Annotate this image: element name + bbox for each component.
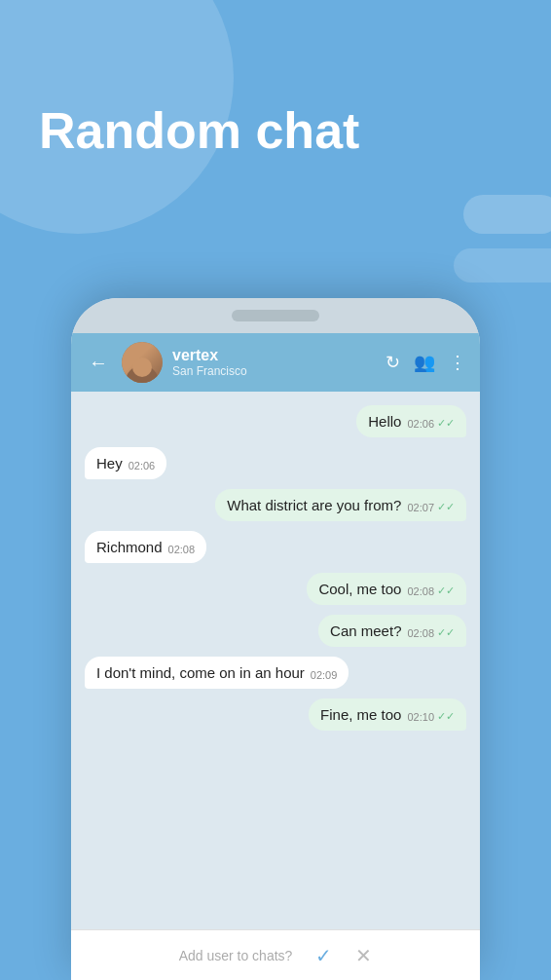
bubble-text: I don't mind, come on in an hour <box>96 664 305 681</box>
phone-notch <box>232 310 319 321</box>
bubble-meta: 02:06 <box>129 460 156 471</box>
bg-decoration-shape-1 <box>463 195 551 234</box>
chat-bubble: Hey02:06 <box>85 447 166 479</box>
bubble-text: What district are you from? <box>227 497 401 513</box>
chat-bubble: What district are you from?02:07✓✓ <box>215 489 466 521</box>
add-user-prompt: Add user to chats? <box>179 948 293 963</box>
bubble-meta: 02:06✓✓ <box>407 417 455 430</box>
read-check-icon: ✓✓ <box>437 710 455 723</box>
message-row: Fine, me too02:10✓✓ <box>85 698 466 731</box>
chat-bubble: Richmond02:08 <box>85 531 206 563</box>
chat-body: Hello02:06✓✓Hey02:06What district are yo… <box>71 392 480 929</box>
bubble-meta: 02:08✓✓ <box>407 584 455 597</box>
phone-frame: ← vertex San Francisco ↻ 👥 ⋮ Hello02:06✓… <box>71 298 480 980</box>
read-check-icon: ✓✓ <box>437 501 455 513</box>
bubble-time: 02:08 <box>407 627 434 639</box>
bubble-meta: 02:07✓✓ <box>407 501 455 513</box>
chat-bubble: Cool, me too02:08✓✓ <box>307 573 466 605</box>
bubble-time: 02:07 <box>407 502 434 513</box>
bubble-time: 02:08 <box>168 544 196 555</box>
message-row: Hello02:06✓✓ <box>85 405 466 437</box>
contact-name: vertex <box>172 347 376 364</box>
contact-location: San Francisco <box>172 364 376 378</box>
message-row: Hey02:06 <box>85 447 466 479</box>
bubble-meta: 02:08 <box>168 544 196 555</box>
read-check-icon: ✓✓ <box>437 417 455 430</box>
phone-notch-bar <box>71 298 480 333</box>
bubble-time: 02:06 <box>129 460 156 471</box>
header-info: vertex San Francisco <box>172 347 376 378</box>
more-vert-icon[interactable]: ⋮ <box>449 352 466 373</box>
bubble-meta: 02:10✓✓ <box>407 710 455 723</box>
read-check-icon: ✓✓ <box>437 626 455 639</box>
app-title: Random chat <box>39 102 359 161</box>
message-row: What district are you from?02:07✓✓ <box>85 489 466 521</box>
add-user-icon[interactable]: 👥 <box>414 352 435 373</box>
bubble-text: Fine, me too <box>320 706 401 723</box>
chat-bottom-bar: Add user to chats? ✓ ✕ <box>71 929 480 980</box>
avatar-image <box>122 342 163 383</box>
refresh-icon[interactable]: ↻ <box>386 352 400 373</box>
bubble-time: 02:10 <box>407 711 434 723</box>
bubble-text: Hello <box>368 413 401 430</box>
message-row: Richmond02:08 <box>85 531 466 563</box>
message-row: I don't mind, come on in an hour02:09 <box>85 657 466 689</box>
read-check-icon: ✓✓ <box>437 584 455 597</box>
chat-bubble: I don't mind, come on in an hour02:09 <box>85 657 349 689</box>
cancel-add-user-button[interactable]: ✕ <box>355 944 372 967</box>
confirm-add-user-button[interactable]: ✓ <box>315 944 332 967</box>
bubble-text: Can meet? <box>330 622 401 639</box>
chat-bubble: Can meet?02:08✓✓ <box>318 615 466 647</box>
bubble-text: Richmond <box>96 539 163 555</box>
chat-bubble: Fine, me too02:10✓✓ <box>309 698 466 731</box>
back-button[interactable]: ← <box>85 348 112 378</box>
chat-bubble: Hello02:06✓✓ <box>356 405 466 437</box>
bubble-time: 02:06 <box>407 418 434 430</box>
bubble-meta: 02:09 <box>311 669 338 681</box>
avatar <box>122 342 163 383</box>
bubble-text: Hey <box>96 455 123 471</box>
header-icons: ↻ 👥 ⋮ <box>386 352 466 373</box>
bubble-text: Cool, me too <box>318 581 401 597</box>
chat-header: ← vertex San Francisco ↻ 👥 ⋮ <box>71 333 480 392</box>
bubble-time: 02:08 <box>407 585 434 597</box>
bubble-meta: 02:08✓✓ <box>407 626 455 639</box>
bubble-time: 02:09 <box>311 669 338 681</box>
message-row: Can meet?02:08✓✓ <box>85 615 466 647</box>
message-row: Cool, me too02:08✓✓ <box>85 573 466 605</box>
bg-decoration-shape-2 <box>454 248 551 283</box>
